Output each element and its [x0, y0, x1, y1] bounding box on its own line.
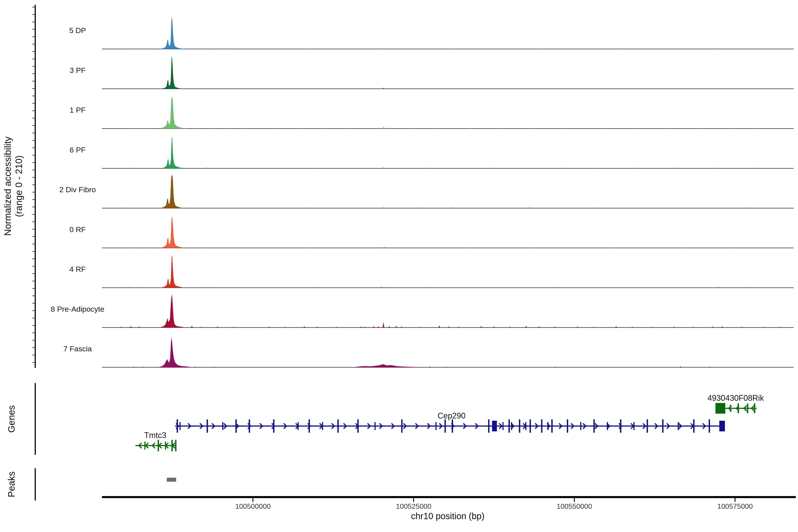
track-signal-5-dp: [102, 17, 794, 49]
gene-exon-block: [716, 403, 725, 414]
track-signal-7-fascia: [102, 337, 794, 367]
x-axis-line: [102, 496, 796, 498]
gene-exon-block: [492, 421, 497, 431]
track-signal-3-pf: [102, 56, 794, 89]
genome-browser-canvas: 4930430F08RikCep290Tmtc3: [0, 0, 798, 532]
gene-label-cep290: Cep290: [438, 411, 466, 420]
track-signal-8-pre-adipocyte: [102, 294, 794, 328]
track-signal-2-div-fibro: [102, 175, 794, 208]
track-signal-6-pf: [102, 137, 794, 169]
track-signal-1-pf: [102, 96, 794, 129]
gene-label-4930430f08rik: 4930430F08Rik: [707, 394, 764, 402]
gene-label-tmtc3: Tmtc3: [144, 431, 166, 440]
genome-browser-figure: Normalized accessibility (range 0 - 210)…: [0, 0, 798, 532]
track-signal-0-rf: [102, 216, 794, 248]
peak-box: [167, 478, 176, 482]
gene-exon-block: [719, 421, 725, 431]
track-signal-4-rf: [102, 255, 794, 288]
